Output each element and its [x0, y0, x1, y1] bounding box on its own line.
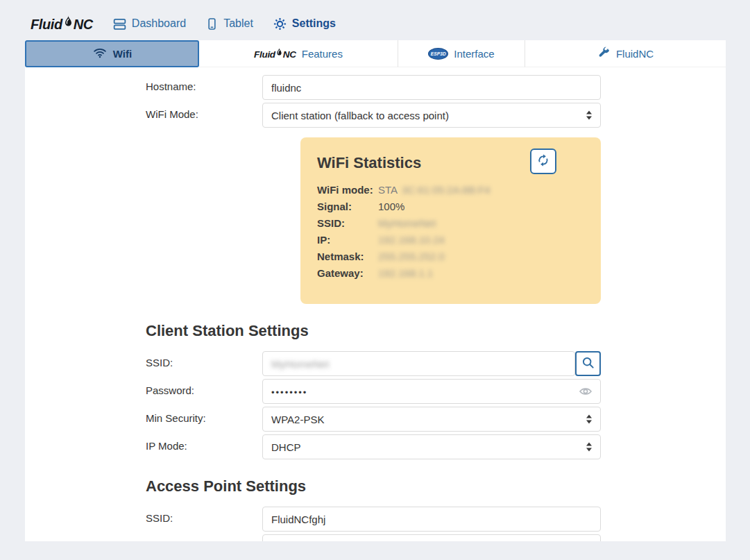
esp3d-icon-label: ESP3D [431, 51, 446, 56]
stat-gateway: Gateway: 192.168.1.1 [317, 265, 584, 282]
stat-signal: Signal: 100% [317, 198, 584, 215]
stat-netmask: Netmask: 255.255.252.0 [317, 248, 584, 265]
search-icon [581, 355, 595, 373]
stat-label: Signal: [317, 198, 378, 215]
stat-netmask-value-redacted: 255.255.252.0 [378, 248, 445, 265]
ap-ssid-row: SSID: [146, 507, 726, 532]
stat-signal-value: 100% [378, 198, 404, 215]
stat-wifi-mode: WiFi mode: STA3C:61:05:2A:8B:F4 [317, 182, 584, 198]
chevron-updown-icon [586, 415, 592, 424]
password-value: •••••••• [271, 386, 307, 398]
clipped-row [146, 534, 726, 541]
access-point-heading: Access Point Settings [146, 476, 726, 497]
chevron-updown-icon [586, 111, 592, 120]
ip-mode-row: IP Mode: DHCP [146, 434, 726, 459]
stat-label: SSID: [317, 215, 378, 232]
tab-features[interactable]: Fluid NC Features [199, 40, 398, 67]
tab-features-label: Features [302, 48, 343, 60]
ip-mode-label: IP Mode: [146, 434, 262, 459]
password-row: Password: •••••••• [146, 379, 726, 404]
settings-card: Wifi Fluid NC Features ESP3 [25, 40, 726, 541]
gear-icon [273, 17, 287, 31]
stat-ip: IP: 192.168.10.24 [317, 232, 584, 248]
client-ssid-row: SSID: MyHomeNet [146, 351, 726, 376]
dashboard-icon [112, 17, 127, 31]
top-navbar: Fluid NC Dashboard [25, 7, 726, 40]
tab-wifi[interactable]: Wifi [25, 40, 199, 67]
min-security-label: Min Security: [146, 407, 262, 432]
ap-ssid-label: SSID: [146, 507, 262, 532]
tab-wifi-label: Wifi [113, 48, 132, 60]
client-ssid-value-redacted: MyHomeNet [271, 358, 329, 370]
min-security-value: WPA2-PSK [271, 414, 324, 425]
settings-tabs: Wifi Fluid NC Features ESP3 [25, 40, 726, 67]
wifi-mode-value: Client station (fallback to access point… [271, 110, 449, 121]
hostname-label: Hostname: [146, 75, 262, 100]
refresh-button[interactable] [530, 149, 556, 174]
nav-dashboard[interactable]: Dashboard [112, 17, 186, 31]
scan-networks-button[interactable] [575, 351, 601, 376]
chevron-updown-icon [586, 443, 592, 452]
nav-settings-label: Settings [292, 17, 336, 30]
wifi-icon [92, 46, 108, 62]
stat-mode-value-redacted: 3C:61:05:2A:8B:F4 [402, 184, 491, 196]
ip-mode-select[interactable]: DHCP [262, 434, 601, 459]
wifi-mode-row: WiFi Mode: Client station (fallback to a… [146, 103, 726, 128]
min-security-row: Min Security: WPA2-PSK [146, 407, 726, 432]
tab-fluidnc-label: FluidNC [616, 48, 654, 60]
stat-ssid-value-redacted: MyHomeNet [378, 215, 436, 232]
esp3d-icon: ESP3D [428, 48, 448, 60]
tab-interface[interactable]: ESP3D Interface [398, 40, 525, 67]
wrench-icon [597, 46, 611, 61]
stat-mode-prefix: STA [378, 184, 398, 196]
stat-label: Netmask: [317, 248, 378, 265]
hostname-row: Hostname: [146, 75, 726, 100]
hostname-input[interactable] [262, 75, 601, 100]
wifi-mode-select[interactable]: Client station (fallback to access point… [262, 103, 601, 128]
client-ssid-label: SSID: [146, 351, 262, 376]
logo-text-fluid: Fluid [31, 17, 62, 33]
ap-ssid-input[interactable] [262, 507, 601, 532]
min-security-select[interactable]: WPA2-PSK [262, 407, 601, 432]
nav-tablet[interactable]: Tablet [205, 17, 253, 31]
stat-ssid: SSID: MyHomeNet [317, 215, 584, 232]
logo-text-nc: NC [74, 17, 93, 33]
fluidnc-mini-logo: Fluid NC [254, 47, 296, 60]
stat-ip-value-redacted: 192.168.10.24 [378, 232, 445, 248]
stat-gateway-value-redacted: 192.168.1.1 [378, 265, 433, 282]
wifi-settings-panel: Hostname: WiFi Mode: Client station (fal… [25, 67, 726, 541]
nav-tablet-label: Tablet [223, 17, 253, 30]
wifi-statistics-panel: WiFi Statistics WiFi mode: STA3 [300, 137, 601, 304]
refresh-icon [536, 153, 551, 171]
app-window: Fluid NC Dashboard [25, 7, 726, 541]
password-input[interactable]: •••••••• [262, 379, 601, 404]
client-station-heading: Client Station Settings [146, 321, 726, 341]
password-label: Password: [146, 379, 262, 404]
nav-settings[interactable]: Settings [273, 17, 336, 31]
mini-logo-nc: NC [283, 49, 296, 60]
ip-mode-value: DHCP [271, 441, 301, 453]
stat-label: IP: [317, 232, 378, 248]
fluidnc-logo: Fluid NC [31, 15, 93, 33]
tab-fluidnc[interactable]: FluidNC [525, 40, 726, 67]
client-ssid-input[interactable]: MyHomeNet [262, 351, 575, 376]
flame-icon [64, 15, 73, 32]
clipped-input[interactable] [262, 534, 601, 541]
nav-dashboard-label: Dashboard [132, 17, 186, 30]
eye-icon[interactable] [579, 384, 593, 401]
tablet-icon [205, 17, 219, 31]
mini-logo-fluid: Fluid [254, 49, 275, 60]
stat-label: WiFi mode: [317, 182, 378, 198]
wifi-mode-label: WiFi Mode: [146, 103, 262, 128]
flame-icon [276, 47, 282, 59]
stat-label: Gateway: [317, 265, 378, 282]
tab-interface-label: Interface [454, 48, 494, 60]
